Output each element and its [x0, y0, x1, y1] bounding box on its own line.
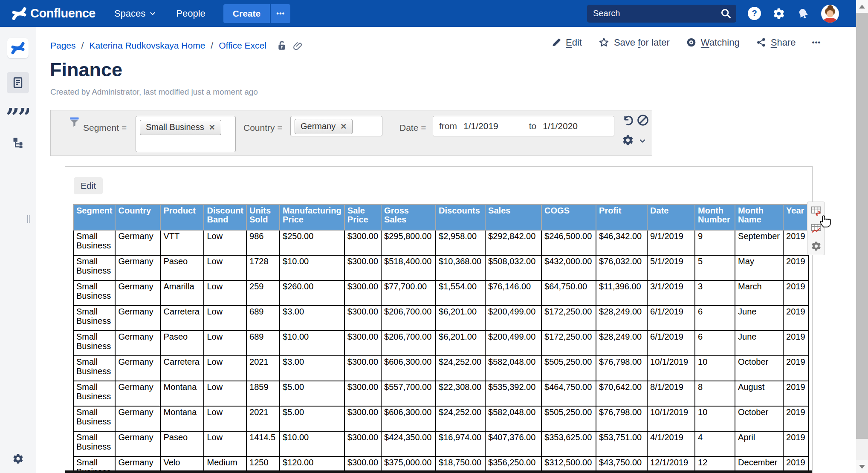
country-filter-label: Country =: [243, 123, 283, 133]
notifications-bell-icon[interactable]: [797, 7, 810, 20]
table-cell: 4/1/2019: [647, 431, 695, 456]
page-scrollbar[interactable]: [856, 0, 868, 473]
search-icon[interactable]: [720, 8, 732, 20]
scrollbar-thumb[interactable]: [856, 13, 868, 439]
unlock-icon[interactable]: [276, 40, 287, 51]
table-cell: $10.00: [280, 331, 344, 356]
table-settings-button[interactable]: [810, 240, 822, 252]
scroll-up-button[interactable]: [856, 0, 868, 13]
help-button[interactable]: ?: [748, 7, 761, 20]
table-cell: 9/1/2019: [647, 230, 695, 255]
table-cell: $11,396.00: [596, 280, 647, 306]
page-tree-icon: [12, 136, 24, 148]
table-cell: April: [735, 431, 783, 456]
breadcrumb-pages[interactable]: Pages: [50, 40, 76, 51]
filter-expand-chevron-icon[interactable]: [638, 137, 647, 145]
table-filter-bar: Segment = Small Business ✕ Country = Ger…: [50, 110, 652, 156]
table-cell: Low: [204, 356, 246, 381]
table-cell: October: [735, 356, 783, 381]
date-filter-label: Date =: [399, 123, 426, 133]
country-chip-remove-icon[interactable]: ✕: [340, 122, 347, 131]
table-cell: $70,642.00: [596, 381, 647, 406]
segment-chip[interactable]: Small Business ✕: [140, 120, 221, 135]
table-edit-button[interactable]: Edit: [74, 177, 103, 194]
table-cell: Small Business: [73, 255, 115, 280]
table-cell: 8: [695, 381, 735, 406]
date-from-label: from: [439, 121, 457, 131]
confluence-window: Confluence Spaces People Create ••• ?: [0, 0, 868, 473]
table-cell: Small Business: [73, 230, 115, 255]
table-cell: $1,554.00: [436, 280, 485, 306]
table-cell: $10,368.00: [436, 255, 485, 280]
page-actions: Edit Save for later Watching Share •••: [551, 37, 821, 48]
nav-people-label: People: [176, 8, 205, 19]
table-cell: June: [735, 306, 783, 331]
segment-chip-remove-icon[interactable]: ✕: [209, 123, 215, 132]
table-cell: Small Business: [73, 280, 115, 306]
table-cell: Small Business: [73, 431, 115, 456]
table-cell: 3/1/2019: [647, 280, 695, 306]
table-cell: 2019: [783, 381, 808, 406]
country-filter-box[interactable]: Germany ✕: [290, 116, 382, 136]
clear-filters-icon[interactable]: [637, 114, 649, 127]
scroll-down-button[interactable]: [856, 460, 868, 473]
app-header: Confluence Spaces People Create ••• ?: [0, 0, 856, 27]
edit-table-button[interactable]: [810, 205, 822, 217]
date-to-input[interactable]: 1/1/2020: [543, 121, 578, 131]
column-header: Gross Sales: [381, 205, 436, 230]
settings-gear-icon[interactable]: [773, 7, 785, 20]
table-cell: June: [735, 331, 783, 356]
table-floating-toolbar: [807, 202, 825, 255]
nav-people[interactable]: People: [176, 8, 205, 19]
table-chart-button[interactable]: [810, 222, 822, 234]
table-chart-icon: [810, 222, 822, 234]
country-chip[interactable]: Germany ✕: [295, 119, 353, 134]
table-cell: $300.00: [344, 356, 381, 381]
save-for-later-button[interactable]: Save for later: [598, 37, 670, 48]
table-row: Small BusinessGermanyCarreteraLow689$3.0…: [73, 306, 808, 331]
watching-button[interactable]: Watching: [686, 37, 740, 48]
table-cell: Germany: [115, 381, 160, 406]
segment-filter-box[interactable]: Small Business ✕: [136, 116, 236, 152]
column-header: Year: [783, 205, 808, 230]
create-button[interactable]: Create: [223, 4, 270, 23]
table-cell: Low: [204, 280, 246, 306]
sidebar-resize-grip[interactable]: [27, 215, 32, 223]
page-more-actions-button[interactable]: •••: [812, 38, 821, 47]
search-input[interactable]: [587, 5, 736, 23]
table-cell: $6,201.00: [436, 331, 485, 356]
edit-page-button[interactable]: Edit: [551, 37, 582, 48]
attachment-paperclip-icon[interactable]: [292, 40, 303, 51]
space-settings-button[interactable]: [12, 453, 24, 464]
sidebar-item-page-tree[interactable]: [7, 132, 29, 153]
avatar-shirt: [824, 18, 836, 23]
table-cell: $260.00: [280, 280, 344, 306]
top-navigation: Spaces People: [114, 8, 205, 19]
table-cell: 689: [246, 306, 280, 331]
table-cell: Paseo: [160, 431, 204, 456]
table-cell: $464,750.00: [541, 381, 596, 406]
breadcrumb-office-excel[interactable]: Office Excel: [219, 40, 266, 51]
table-cell: $24,252.00: [436, 356, 485, 381]
create-more-button[interactable]: •••: [271, 4, 290, 23]
column-header: Manufacturing Price: [280, 205, 344, 230]
date-from-input[interactable]: 1/1/2019: [463, 121, 498, 131]
table-cell: Germany: [115, 306, 160, 331]
date-filter-box[interactable]: from 1/1/2019 to 1/1/2020: [433, 116, 614, 136]
share-button[interactable]: Share: [756, 37, 796, 48]
confluence-logo[interactable]: Confluence: [12, 6, 95, 21]
table-cell: $24,252.00: [436, 406, 485, 431]
sidebar-item-blog[interactable]: ””: [7, 102, 29, 121]
space-logo[interactable]: [7, 38, 29, 58]
breadcrumb-home[interactable]: Katerina Rudkovskaya Home: [89, 40, 205, 51]
user-avatar[interactable]: [821, 5, 839, 23]
sidebar-item-pages[interactable]: [7, 72, 29, 93]
undo-filters-icon[interactable]: [621, 114, 634, 127]
filter-settings-gear-icon[interactable]: [622, 134, 634, 146]
table-cell: Carretera: [160, 306, 204, 331]
column-header: Month Name: [735, 205, 783, 230]
table-cell: Small Business: [73, 306, 115, 331]
space-logo-icon: [11, 41, 25, 55]
nav-spaces[interactable]: Spaces: [114, 8, 156, 19]
column-header: Product: [160, 205, 204, 230]
